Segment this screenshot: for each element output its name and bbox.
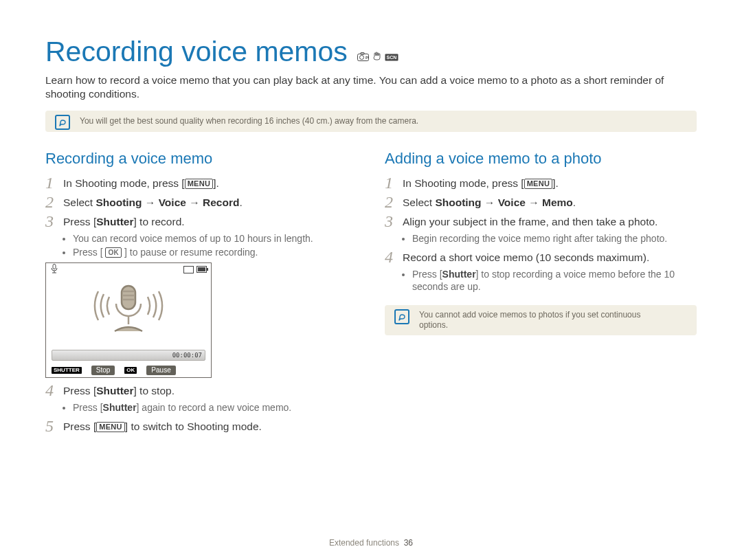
step-number: 4 bbox=[385, 249, 403, 265]
step-bold: Shutter bbox=[96, 385, 133, 396]
step-number: 1 bbox=[45, 175, 63, 191]
sub-text: ] to pause or resume recording. bbox=[122, 247, 258, 258]
page-title: Recording voice memos bbox=[45, 36, 348, 68]
step-text: → bbox=[482, 197, 498, 208]
step-text: → bbox=[186, 197, 203, 208]
tip-text: You will get the best sound quality when… bbox=[80, 116, 655, 126]
svg-rect-1 bbox=[361, 53, 364, 55]
sub-item: Press [ OK ] to pause or resume recordin… bbox=[73, 246, 357, 258]
ok-button-label: OK bbox=[105, 247, 122, 258]
sub-text: Press [ bbox=[73, 402, 103, 413]
svg-rect-9 bbox=[122, 286, 135, 309]
step-text: ]. bbox=[552, 177, 559, 189]
step-1: 1 In Shooting mode, press [MENU]. bbox=[385, 175, 697, 191]
camera-p-icon: P bbox=[357, 52, 369, 63]
step-bold: Memo bbox=[542, 197, 573, 208]
step-1: 1 In Shooting mode, press [MENU]. bbox=[45, 175, 357, 191]
step-text: . bbox=[573, 197, 576, 208]
footer-page-number: 36 bbox=[404, 538, 413, 548]
sub-item: Begin recording the voice memo right aft… bbox=[412, 232, 697, 245]
tip-text: You cannot add voice memos to photos if … bbox=[419, 310, 669, 331]
pause-label: Pause bbox=[146, 366, 175, 375]
step-text: Align your subject in the frame, and the… bbox=[403, 213, 657, 229]
left-column: Recording a voice memo 1 In Shooting mod… bbox=[45, 150, 357, 438]
footer-section: Extended functions bbox=[329, 538, 399, 548]
lcd-screenshot: 00:00:07 SHUTTER Stop OK Pause bbox=[45, 262, 212, 378]
step-text: ] to switch to Shooting mode. bbox=[125, 421, 262, 432]
note-icon bbox=[55, 115, 70, 130]
step-number: 4 bbox=[45, 382, 63, 399]
shutter-tag: SHUTTER bbox=[52, 367, 82, 374]
step-number: 5 bbox=[45, 418, 63, 434]
menu-button-label: MENU bbox=[524, 179, 553, 189]
mode-icons: P SCN bbox=[357, 52, 398, 63]
sub-list: Press [Shutter] again to record a new vo… bbox=[63, 401, 357, 414]
intro-text: Learn how to record a voice memo that yo… bbox=[45, 74, 697, 101]
status-icons bbox=[183, 266, 207, 273]
sub-bold: Shutter bbox=[442, 269, 476, 280]
sub-text: Press [ bbox=[73, 247, 105, 258]
step-2: 2 Select Shooting → Voice → Memo. bbox=[385, 194, 697, 210]
step-bold: Shooting bbox=[435, 197, 481, 208]
step-text: Press [ bbox=[63, 385, 96, 396]
sub-item: Press [Shutter] to stop recording a voic… bbox=[412, 268, 697, 293]
svg-text:SCN: SCN bbox=[386, 55, 396, 60]
step-bold: Shutter bbox=[96, 216, 133, 227]
step-text: → bbox=[526, 197, 542, 208]
scn-icon: SCN bbox=[385, 52, 398, 63]
section-heading-adding: Adding a voice memo to a photo bbox=[385, 150, 697, 168]
tip-box-main: You will get the best sound quality when… bbox=[45, 111, 697, 132]
step-text: Press [ bbox=[63, 421, 96, 432]
step-text: Press [ bbox=[63, 216, 96, 227]
step-number: 2 bbox=[45, 194, 63, 210]
right-column: Adding a voice memo to a photo 1 In Shoo… bbox=[385, 150, 697, 438]
step-number: 2 bbox=[385, 194, 403, 210]
step-2: 2 Select Shooting → Voice → Record. bbox=[45, 194, 357, 210]
step-text: Select bbox=[403, 197, 435, 208]
ok-tag: OK bbox=[124, 367, 137, 374]
svg-text:P: P bbox=[366, 56, 368, 60]
step-text: Record a short voice memo (10 seconds ma… bbox=[403, 249, 649, 265]
sub-list: Press [Shutter] to stop recording a voic… bbox=[403, 268, 697, 293]
svg-rect-6 bbox=[53, 265, 56, 269]
mic-small-icon bbox=[50, 264, 58, 275]
battery-icon bbox=[196, 266, 207, 273]
microphone-graphic-icon bbox=[87, 280, 170, 345]
step-number: 3 bbox=[385, 213, 403, 229]
step-number: 1 bbox=[385, 175, 403, 191]
step-text: In Shooting mode, press [ bbox=[403, 177, 524, 189]
step-5: 5 Press [MENU] to switch to Shooting mod… bbox=[45, 418, 357, 434]
tip-box-right: You cannot add voice memos to photos if … bbox=[385, 305, 697, 335]
step-4: 4 Press [Shutter] to stop. bbox=[45, 382, 357, 399]
step-text: In Shooting mode, press [ bbox=[63, 177, 185, 189]
stop-label: Stop bbox=[91, 366, 115, 375]
page-footer: Extended functions 36 bbox=[0, 538, 742, 548]
menu-button-label: MENU bbox=[185, 179, 214, 189]
step-3: 3 Align your subject in the frame, and t… bbox=[385, 213, 697, 229]
step-text: . bbox=[239, 197, 242, 208]
progress-bar: 00:00:07 bbox=[52, 350, 205, 361]
step-bold: Voice bbox=[498, 197, 526, 208]
sub-item: You can record voice memos of up to 10 h… bbox=[73, 232, 357, 245]
note-icon bbox=[394, 309, 409, 324]
step-text: ] to record. bbox=[133, 216, 184, 227]
step-number: 3 bbox=[45, 213, 63, 229]
sub-list: Begin recording the voice memo right aft… bbox=[403, 232, 697, 245]
sub-text: ] again to record a new voice memo. bbox=[137, 402, 292, 413]
legend-row: SHUTTER Stop OK Pause bbox=[46, 363, 211, 377]
step-text: ] to stop. bbox=[133, 385, 174, 396]
sub-bold: Shutter bbox=[103, 402, 137, 413]
hand-icon bbox=[372, 52, 381, 63]
step-3: 3 Press [Shutter] to record. bbox=[45, 213, 357, 229]
step-bold: Shooting bbox=[95, 197, 142, 208]
menu-button-label: MENU bbox=[96, 422, 125, 432]
section-heading-recording: Recording a voice memo bbox=[45, 150, 357, 168]
step-4: 4 Record a short voice memo (10 seconds … bbox=[385, 249, 697, 265]
step-text: → bbox=[142, 197, 159, 208]
sub-item: Press [Shutter] again to record a new vo… bbox=[73, 401, 357, 414]
elapsed-time: 00:00:07 bbox=[172, 350, 202, 360]
sub-text: Press [ bbox=[412, 269, 442, 280]
step-text: ]. bbox=[213, 177, 219, 189]
sub-list: You can record voice memos of up to 10 h… bbox=[63, 232, 357, 258]
step-text: Select bbox=[63, 197, 95, 208]
